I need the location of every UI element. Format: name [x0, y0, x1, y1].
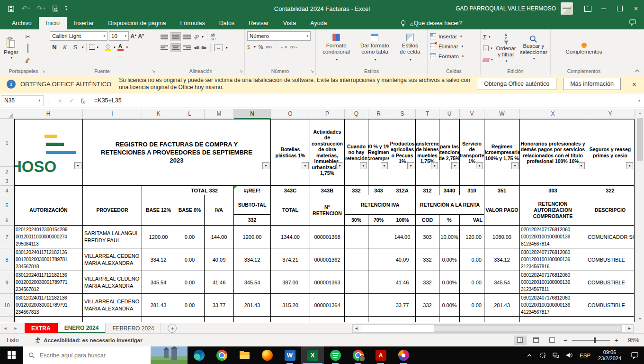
dialog-launcher-icon[interactable]: ↘ — [152, 69, 155, 73]
column-header-R[interactable]: R — [368, 109, 389, 119]
comma-style-icon[interactable]: 000 — [266, 45, 271, 49]
col-title-total[interactable]: TOTAL — [271, 195, 310, 226]
cell[interactable]: 000001363 — [310, 271, 345, 294]
cell[interactable] — [368, 226, 389, 248]
row-header-4[interactable]: 4 — [0, 186, 14, 195]
cell[interactable]: 334.12 — [484, 248, 520, 271]
page-layout-view-button[interactable] — [530, 336, 543, 345]
decrease-indent-icon[interactable]: ◂≡ — [194, 45, 199, 51]
tall-header-cell[interactable]: Transferencia de bienes muebles 1,75%▼ — [416, 119, 439, 186]
filter-dropdown-icon[interactable]: ▼ — [431, 162, 438, 169]
code-cell[interactable]: 351 — [484, 186, 520, 195]
scroll-left-icon[interactable]: ◀ — [352, 324, 360, 333]
align-top-icon[interactable] — [160, 33, 169, 41]
column-header-T[interactable]: T — [416, 109, 439, 119]
cell[interactable]: 281.43 — [142, 294, 175, 317]
taskbar-word-button[interactable]: W — [278, 346, 301, 364]
shrink-font-icon[interactable]: A▾ — [138, 33, 144, 40]
align-left-icon[interactable] — [160, 44, 169, 52]
cell[interactable]: 303 — [416, 226, 439, 248]
account-avatar[interactable] — [561, 2, 573, 15]
filter-dropdown-icon[interactable]: ▼ — [578, 162, 585, 169]
taskbar-search[interactable] — [23, 346, 188, 364]
code-cell[interactable]: 322 — [586, 186, 635, 195]
sheet-tab-enero-2024[interactable]: ENERO 2024 — [58, 323, 106, 333]
cell[interactable] — [345, 248, 368, 271]
cell[interactable] — [368, 271, 389, 294]
cell[interactable]: 000001368 — [310, 226, 345, 248]
volume-icon[interactable] — [563, 346, 576, 364]
column-header-X[interactable]: X — [520, 109, 586, 119]
col-subtitle[interactable]: 100% — [389, 215, 416, 225]
col-title-retencion-autorizacion[interactable]: RETENCION AUTORIZACION COMPROBANTE — [520, 195, 586, 226]
cell[interactable]: 1080.00 — [484, 226, 520, 248]
cut-icon[interactable]: ✂ — [25, 34, 30, 40]
cell[interactable]: 0.00 — [460, 271, 484, 294]
total-cell[interactable]: TOTAL 332 — [175, 186, 234, 195]
row-header-8[interactable]: 8 — [0, 248, 14, 271]
tell-me-search[interactable]: ¿Qué desea hacer? — [400, 17, 463, 29]
logo-cell[interactable]: HOSO▼ — [14, 119, 83, 186]
clear-icon[interactable]: ▾ — [483, 56, 493, 64]
name-box[interactable]: N35▾ — [1, 95, 44, 106]
find-select-button[interactable]: Buscar y seleccionar▾ — [518, 31, 549, 65]
taskbar-chrome-profile-button[interactable] — [347, 346, 369, 364]
taskbar-paint-button[interactable] — [392, 346, 415, 364]
col-subtitle[interactable]: COD — [416, 215, 439, 225]
borders-icon[interactable] — [89, 44, 95, 50]
cell[interactable]: 1200.00 — [234, 226, 271, 248]
cell[interactable]: 334.12 — [234, 248, 271, 271]
col-title-base12[interactable]: BASE 12% — [142, 195, 175, 226]
language-indicator[interactable]: ESP — [576, 353, 594, 358]
cell[interactable] — [345, 294, 368, 317]
col-title-subtotal[interactable]: SUBTO-TAL — [234, 195, 270, 215]
get-office-button[interactable]: Obtenga Office auténtico — [477, 78, 556, 90]
maximize-icon[interactable] — [612, 0, 628, 17]
sheet-title-cell[interactable]: REGISTRO DE FACTURAS DE COMPRA Y RETENCI… — [83, 119, 271, 186]
format-painter-icon[interactable] — [25, 57, 31, 63]
cell[interactable]: 387.00 — [271, 271, 310, 294]
cell[interactable]: 0.00 — [175, 294, 205, 317]
column-header-W[interactable]: W — [484, 109, 520, 119]
cell[interactable]: 345.54 — [484, 271, 520, 294]
row-header-5[interactable]: 5 — [0, 195, 14, 215]
cell[interactable]: 374.21 — [271, 248, 310, 271]
code-cell[interactable]: 343B — [310, 186, 345, 195]
delete-cells-button[interactable]: Eliminar▾ — [430, 41, 478, 51]
taskbar-spotify-button[interactable] — [324, 346, 347, 364]
cell[interactable]: 0.00% — [439, 248, 460, 271]
column-header-I[interactable]: I — [83, 109, 142, 119]
sheet-tab-febrero-2024[interactable]: FEBRERO 2024 — [106, 323, 161, 333]
tall-header-cell[interactable]: Seguros y reaseg primas y cesio▼ — [586, 119, 635, 186]
close-icon[interactable]: × — [628, 0, 644, 17]
col-title-subtotal-332[interactable]: 332 — [234, 215, 270, 225]
filter-dropdown-icon[interactable]: ▼ — [302, 162, 309, 169]
cell[interactable]: 345.54 — [142, 271, 175, 294]
column-header-V[interactable]: V — [460, 109, 484, 119]
merge-center-icon[interactable]: ↔ — [214, 45, 223, 51]
code-cell[interactable]: 343C — [271, 186, 310, 195]
cell[interactable]: 0.00 — [460, 294, 484, 317]
chevron-down-icon[interactable]: ▾ — [82, 46, 84, 49]
cell[interactable]: 0.00 — [175, 248, 205, 271]
orientation-icon[interactable]: ab — [193, 33, 200, 41]
taskbar-excel-button[interactable]: X — [301, 346, 324, 364]
menu-tab-insertar[interactable]: Insertar — [67, 17, 101, 29]
format-as-table-button[interactable]: Dar formato como tabla▾ — [354, 31, 395, 64]
code-cell[interactable]: 303 — [520, 186, 586, 195]
col-title-proveedor[interactable]: PROVEEDOR — [83, 195, 142, 226]
copy-icon[interactable] — [27, 44, 28, 53]
format-cells-button[interactable]: Formato▾ — [430, 51, 478, 61]
dialog-launcher-icon[interactable]: ↘ — [239, 69, 243, 73]
filter-dropdown-icon[interactable]: ▼ — [626, 162, 633, 169]
font-size-select[interactable]: 10▾ — [109, 31, 129, 41]
cell[interactable]: 332 — [416, 271, 439, 294]
chevron-down-icon[interactable]: ▾ — [226, 46, 228, 50]
menu-tab-disposicion-de-pagina[interactable]: Disposición de página — [101, 17, 173, 29]
col-title-valor-pago[interactable]: VALOR PAGO — [484, 195, 520, 226]
sort-filter-button[interactable]: AZ Ordenar y filtrar▾ — [494, 31, 518, 65]
minimize-icon[interactable]: ─ — [596, 0, 612, 17]
tablet-mode-icon[interactable] — [536, 346, 549, 364]
new-sheet-button[interactable]: + — [168, 324, 177, 333]
dialog-launcher-icon[interactable]: ↘ — [310, 69, 314, 73]
